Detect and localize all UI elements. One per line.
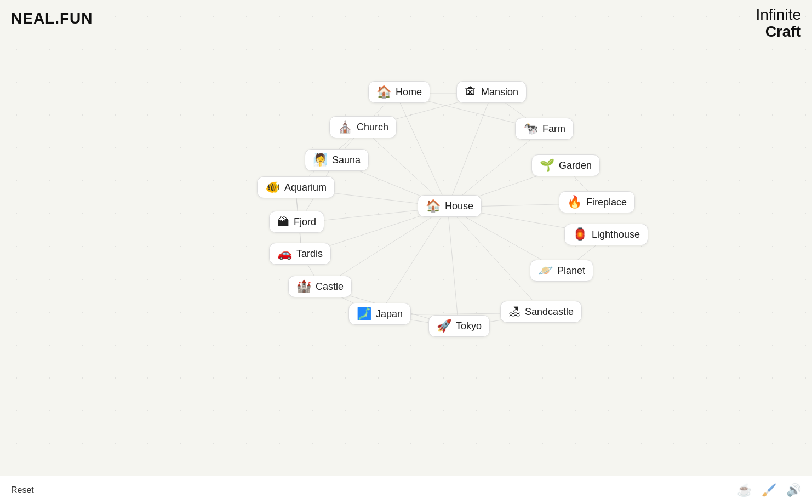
church-label: Church	[357, 122, 388, 133]
planet-emoji: 🪐	[538, 265, 553, 277]
craft-item-fireplace[interactable]: 🔥Fireplace	[559, 191, 635, 213]
fjord-emoji: 🏔	[277, 216, 289, 228]
tardis-label: Tardis	[296, 248, 323, 260]
planet-label: Planet	[557, 265, 585, 277]
reset-button[interactable]: Reset	[11, 485, 34, 495]
coffee-icon[interactable]: ☕	[737, 483, 752, 497]
garden-label: Garden	[559, 160, 592, 171]
app-title: Infinite Craft	[756, 7, 802, 41]
craft-item-sandcastle[interactable]: 🏖Sandcastle	[500, 301, 582, 323]
craft-item-house[interactable]: 🏠House	[418, 195, 482, 217]
craft-item-tokyo[interactable]: 🚀Tokyo	[428, 315, 490, 337]
aquarium-label: Aquarium	[284, 182, 327, 193]
title-infinite: Infinite	[756, 7, 802, 24]
fjord-label: Fjord	[294, 216, 316, 228]
craft-item-fjord[interactable]: 🏔Fjord	[269, 211, 324, 233]
church-emoji: ⛪	[338, 121, 352, 133]
lighthouse-label: Lighthouse	[592, 229, 640, 240]
logo: NEAL.FUN	[11, 10, 93, 27]
tokyo-label: Tokyo	[456, 320, 482, 332]
svg-line-1	[448, 93, 492, 207]
craft-item-castle[interactable]: 🏰Castle	[288, 276, 352, 297]
castle-emoji: 🏰	[296, 280, 311, 293]
aquarium-emoji: 🐠	[265, 181, 280, 193]
house-emoji: 🏠	[426, 200, 441, 212]
home-label: Home	[396, 87, 422, 98]
sandcastle-label: Sandcastle	[525, 306, 574, 318]
svg-line-15	[448, 207, 459, 327]
svg-line-0	[396, 93, 448, 207]
japan-emoji: 🗾	[357, 308, 371, 320]
farm-label: Farm	[542, 123, 565, 135]
craft-item-aquarium[interactable]: 🐠Aquarium	[257, 176, 335, 198]
craft-item-mansion[interactable]: 🏚Mansion	[456, 81, 527, 103]
house-label: House	[445, 201, 473, 212]
craft-item-church[interactable]: ⛪Church	[329, 116, 397, 138]
sandcastle-emoji: 🏖	[508, 306, 521, 318]
craft-item-tardis[interactable]: 🚗Tardis	[269, 243, 331, 265]
home-emoji: 🏠	[376, 86, 391, 98]
sauna-emoji: 🧖	[313, 154, 328, 166]
tokyo-emoji: 🚀	[437, 320, 451, 332]
farm-emoji: 🐄	[523, 123, 538, 135]
brush-icon[interactable]: 🖌️	[762, 483, 776, 497]
svg-line-14	[379, 207, 448, 315]
mansion-emoji: 🏚	[465, 86, 477, 98]
fireplace-emoji: 🔥	[567, 196, 582, 208]
sauna-label: Sauna	[332, 154, 361, 166]
garden-emoji: 🌱	[540, 159, 554, 171]
mansion-label: Mansion	[481, 87, 518, 98]
craft-item-home[interactable]: 🏠Home	[368, 81, 430, 103]
svg-line-13	[448, 207, 544, 313]
craft-item-garden[interactable]: 🌱Garden	[531, 154, 600, 176]
craft-item-lighthouse[interactable]: 🏮Lighthouse	[564, 224, 648, 245]
volume-icon[interactable]: 🔊	[786, 483, 801, 497]
craft-item-planet[interactable]: 🪐Planet	[530, 260, 593, 282]
castle-label: Castle	[316, 281, 344, 293]
footer-icons: ☕ 🖌️ 🔊	[737, 483, 801, 497]
craft-item-farm[interactable]: 🐄Farm	[515, 118, 574, 140]
footer: Reset ☕ 🖌️ 🔊	[0, 476, 812, 504]
title-craft: Craft	[756, 24, 802, 41]
lighthouse-emoji: 🏮	[573, 228, 587, 240]
craft-item-sauna[interactable]: 🧖Sauna	[305, 149, 369, 171]
craft-item-japan[interactable]: 🗾Japan	[348, 303, 411, 325]
fireplace-label: Fireplace	[586, 197, 627, 208]
japan-label: Japan	[376, 308, 403, 320]
connections-canvas	[0, 0, 812, 504]
tardis-emoji: 🚗	[277, 248, 292, 260]
